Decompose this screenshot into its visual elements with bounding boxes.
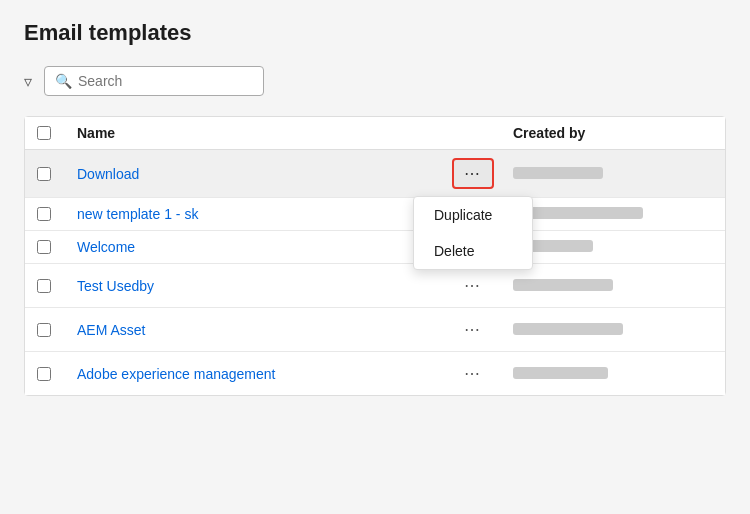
- row-checkbox: [37, 323, 77, 337]
- row-4-name[interactable]: Test Usedby: [77, 278, 433, 294]
- row-checkbox: [37, 207, 77, 221]
- row-4-created-by: [513, 278, 713, 294]
- header-created-col: Created by: [513, 125, 713, 141]
- row-6-checkbox[interactable]: [37, 367, 51, 381]
- context-menu: Duplicate Delete: [413, 196, 533, 270]
- row-3-created-by: [513, 239, 713, 255]
- filter-icon[interactable]: ▿: [24, 72, 32, 91]
- search-icon: 🔍: [55, 73, 72, 89]
- row-6-menu-button[interactable]: ⋯: [454, 360, 492, 387]
- row-1-menu-button[interactable]: ⋯: [452, 158, 494, 189]
- table-row: new template 1 - sk: [25, 198, 725, 231]
- row-6-name[interactable]: Adobe experience management: [77, 366, 433, 382]
- row-2-name[interactable]: new template 1 - sk: [77, 206, 433, 222]
- row-1-name[interactable]: Download: [77, 166, 433, 182]
- header-checkbox-col: [37, 125, 77, 141]
- table-header: Name Created by: [25, 117, 725, 150]
- delete-menu-item[interactable]: Delete: [414, 233, 532, 269]
- duplicate-menu-item[interactable]: Duplicate: [414, 197, 532, 233]
- row-6-actions: ⋯: [433, 360, 513, 387]
- row-checkbox: [37, 367, 77, 381]
- row-5-checkbox[interactable]: [37, 323, 51, 337]
- page-title: Email templates: [24, 20, 726, 46]
- row-4-menu-button[interactable]: ⋯: [454, 272, 492, 299]
- row-checkbox: [37, 167, 77, 181]
- header-actions-col: [433, 125, 513, 141]
- row-checkbox: [37, 279, 77, 293]
- select-all-checkbox[interactable]: [37, 126, 51, 140]
- table-row: AEM Asset ⋯: [25, 308, 725, 352]
- row-2-created-by: [513, 206, 713, 222]
- row-1-actions: ⋯ Duplicate Delete: [433, 158, 513, 189]
- row-5-actions: ⋯: [433, 316, 513, 343]
- row-2-checkbox[interactable]: [37, 207, 51, 221]
- row-3-checkbox[interactable]: [37, 240, 51, 254]
- row-5-name[interactable]: AEM Asset: [77, 322, 433, 338]
- row-4-actions: ⋯: [433, 272, 513, 299]
- row-1-checkbox[interactable]: [37, 167, 51, 181]
- table-row: Download ⋯ Duplicate Delete: [25, 150, 725, 198]
- row-4-checkbox[interactable]: [37, 279, 51, 293]
- table-row: Welcome: [25, 231, 725, 264]
- table-row: Adobe experience management ⋯: [25, 352, 725, 395]
- row-5-menu-button[interactable]: ⋯: [454, 316, 492, 343]
- page-container: Email templates ▿ 🔍 Name Created by: [0, 0, 750, 514]
- row-6-created-by: [513, 366, 713, 382]
- row-1-created-by: [513, 166, 713, 182]
- header-name-col: Name: [77, 125, 433, 141]
- email-templates-table: Name Created by Download ⋯ Duplicate Del…: [24, 116, 726, 396]
- row-checkbox: [37, 240, 77, 254]
- search-input[interactable]: [78, 73, 253, 89]
- search-box: 🔍: [44, 66, 264, 96]
- row-3-name[interactable]: Welcome: [77, 239, 433, 255]
- toolbar: ▿ 🔍: [24, 66, 726, 96]
- row-5-created-by: [513, 322, 713, 338]
- table-row: Test Usedby ⋯: [25, 264, 725, 308]
